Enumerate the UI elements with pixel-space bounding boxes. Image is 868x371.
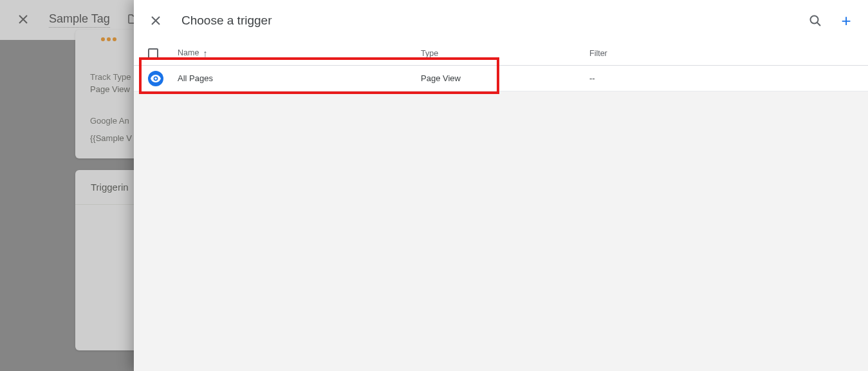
name-header-label: Name [178,48,199,59]
page-view-icon [148,71,163,86]
filter-column-header[interactable]: Filter [589,49,868,58]
ga-settings-label: Google An [90,116,129,126]
table-header: Name ↑ Type Filter [134,41,868,66]
svg-line-1 [817,23,820,26]
trigger-name-cell: All Pages [178,73,421,83]
type-column-header[interactable]: Type [421,49,589,58]
ga-settings-value: {{Sample V [90,133,132,143]
select-all-column [148,48,178,59]
track-type-value: Page View [90,84,130,94]
search-button[interactable] [808,13,823,28]
close-icon [151,15,161,26]
close-button[interactable] [148,13,163,28]
name-column-header[interactable]: Name ↑ [178,48,421,59]
tag-dots-icon [101,37,116,41]
trigger-name: All Pages [178,73,213,83]
trigger-type-cell: Page View [421,73,589,83]
track-type-label: Track Type [90,72,131,82]
eye-icon [151,75,161,82]
choose-trigger-modal: Choose a trigger + Name ↑ Type Filter [134,0,868,371]
search-icon [809,14,822,27]
tag-title: Sample Tag [49,12,110,28]
sort-ascending-icon: ↑ [203,48,208,59]
close-icon[interactable] [18,13,31,28]
modal-actions: + [808,13,854,28]
modal-header: Choose a trigger + [134,0,868,41]
trigger-row[interactable]: All Pages Page View -- [134,66,868,91]
svg-point-0 [811,16,818,24]
trigger-filter-cell: -- [589,73,868,83]
plus-icon: + [841,12,851,29]
select-all-checkbox[interactable] [148,48,158,59]
row-icon-cell [148,71,178,86]
modal-title: Choose a trigger [181,14,790,28]
add-trigger-button[interactable]: + [838,13,854,28]
